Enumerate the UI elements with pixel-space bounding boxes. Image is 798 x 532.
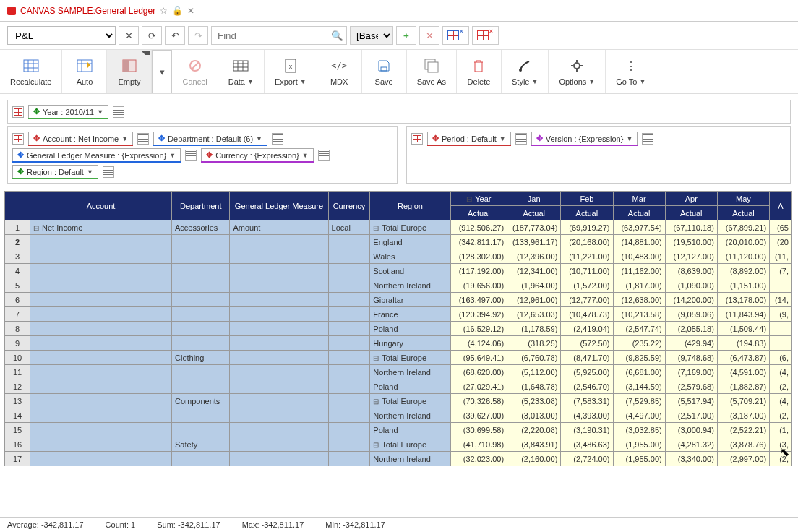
list-icon[interactable]: [642, 133, 653, 145]
remove-button[interactable]: ✕: [419, 26, 439, 45]
grid2-button[interactable]: ✕: [472, 26, 499, 45]
svg-rect-19: [381, 67, 387, 71]
col-currency[interactable]: Currency: [328, 192, 370, 220]
list-icon[interactable]: [318, 150, 330, 161]
svg-point-22: [519, 69, 522, 72]
style-button[interactable]: Style▼: [502, 50, 549, 93]
list-icon[interactable]: [137, 133, 149, 145]
table-row[interactable]: 1⊟Net IncomeAccessoriesAmountLocal⊟Total…: [5, 220, 792, 235]
status-max: Max: -342,811.17: [242, 520, 304, 529]
table-row[interactable]: 6Gibraltar(163,497.00)(12,961.00)(12,777…: [5, 293, 792, 307]
list-icon[interactable]: [515, 133, 527, 145]
col-account[interactable]: Account: [30, 192, 172, 220]
goto-button[interactable]: ⋮ Go To▼: [606, 50, 656, 93]
col-department[interactable]: Department: [172, 192, 230, 220]
table-row[interactable]: 3Wales(128,302.00)(12,396.00)(11,221.00)…: [5, 249, 792, 264]
undo-button[interactable]: ↶: [165, 26, 185, 45]
grid1-button[interactable]: ✕: [442, 26, 469, 45]
options-button[interactable]: Options▼: [549, 50, 606, 93]
gear-icon: [568, 59, 585, 73]
saveas-button[interactable]: Save As: [407, 50, 457, 93]
table-row[interactable]: 7France(120,394.92)(12,653.03)(10,478.73…: [5, 307, 792, 322]
table-row[interactable]: 13Components⊟Total Europe(70,326.58)(5,2…: [5, 394, 792, 408]
recalculate-button[interactable]: Recalculate: [0, 50, 62, 93]
tab-title: CANVAS SAMPLE:General Ledger: [20, 6, 155, 16]
col-may[interactable]: May: [717, 192, 769, 206]
list-icon[interactable]: [185, 150, 197, 161]
trash-icon: [470, 59, 487, 73]
region-chip[interactable]: ✥Region : Default ▼: [12, 165, 98, 179]
save-icon: [375, 59, 392, 73]
delete-button[interactable]: Delete: [457, 50, 502, 93]
table-row[interactable]: 2England(342,811.17)(133,961.17)(20,168.…: [5, 235, 792, 249]
status-count: Count: 1: [106, 520, 136, 529]
view-select[interactable]: P&L: [7, 26, 116, 45]
table-row[interactable]: 17Northern Ireland(32,023.00)(2,160.00)(…: [5, 452, 792, 466]
list-icon[interactable]: [103, 166, 114, 178]
table-row[interactable]: 12Poland(27,029.41)(1,648.78)(2,546.70)(…: [5, 379, 792, 394]
tab-bar: CANVAS SAMPLE:General Ledger ☆ 🔓 ✕: [0, 0, 798, 22]
saveas-icon: [423, 59, 440, 73]
year-chip[interactable]: ✥Year : 2010/11 ▼: [28, 105, 108, 119]
list-icon[interactable]: [272, 133, 283, 145]
redo-button[interactable]: ↷: [188, 26, 208, 45]
col-apr[interactable]: Apr: [665, 192, 717, 206]
close-icon[interactable]: ✕: [187, 6, 194, 16]
period-chip[interactable]: ✥Period : Default ▼: [427, 132, 511, 145]
mdx-button[interactable]: </> MDX: [317, 50, 362, 93]
status-sum: Sum: -342,811.17: [157, 520, 220, 529]
status-average: Average: -342,811.17: [7, 520, 84, 529]
glm-chip[interactable]: ✥General Ledger Measure : {Expression} ▼: [12, 148, 181, 162]
table-row[interactable]: 16Safety⊟Total Europe(41,710.98)(3,843.9…: [5, 437, 792, 452]
find-button[interactable]: 🔍: [327, 26, 347, 45]
empty-button[interactable]: Empty: [107, 50, 152, 93]
col-feb[interactable]: Feb: [561, 192, 613, 206]
version-chip[interactable]: ✥Version : {Expression} ▼: [531, 132, 638, 145]
add-button[interactable]: +: [396, 26, 416, 45]
brush-icon: [516, 59, 533, 73]
table-row[interactable]: 5Northern Ireland(19,656.00)(1,964.00)(1…: [5, 278, 792, 293]
save-button[interactable]: Save: [362, 50, 407, 93]
col-mar[interactable]: Mar: [613, 192, 665, 206]
table-row[interactable]: 4Scotland(117,192.00)(12,341.00)(10,711.…: [5, 264, 792, 278]
col-glm[interactable]: General Ledger Measure: [230, 192, 328, 220]
col-jan[interactable]: Jan: [507, 192, 561, 206]
department-chip[interactable]: ✥Department : Default (6) ▼: [153, 132, 267, 145]
table-row[interactable]: 8Poland(16,529.12)(1,178.59)(2,419.04)(2…: [5, 322, 792, 336]
base-select[interactable]: [Base]: [350, 26, 393, 45]
data-grid[interactable]: Account Department General Ledger Measur…: [4, 191, 794, 466]
find-input[interactable]: [211, 26, 327, 45]
cancel-icon: [186, 59, 204, 73]
clear-view-button[interactable]: ✕: [119, 26, 139, 45]
account-chip[interactable]: ✥Account : Net Income ▼: [28, 132, 133, 145]
table-row[interactable]: 9Hungary(4,124.06)(318.25)(572.50)(235.2…: [5, 336, 792, 351]
table-row[interactable]: 14Northern Ireland(39,627.00)(3,013.00)(…: [5, 408, 792, 423]
empty-icon: [121, 59, 138, 73]
svg-rect-0: [24, 60, 38, 72]
data-button[interactable]: Data▼: [218, 50, 265, 93]
table-row[interactable]: 15Poland(30,699.58)(2,220.08)(3,190.31)(…: [5, 423, 792, 437]
cols-target-icon[interactable]: [411, 133, 423, 145]
table-row[interactable]: 11Northern Ireland(68,620.00)(5,112.00)(…: [5, 365, 792, 379]
rows-target-icon[interactable]: [12, 133, 24, 145]
unlock-icon[interactable]: 🔓: [172, 6, 183, 16]
filter-year-row: ✥Year : 2010/11 ▼: [0, 94, 798, 126]
ribbon: Recalculate Auto Empty ▾ Cancel Data▼ x …: [0, 50, 798, 94]
table-row[interactable]: 10Clothing⊟Total Europe(95,649.41)(6,760…: [5, 351, 792, 365]
grid-target-icon[interactable]: [12, 106, 24, 118]
col-region[interactable]: Region: [370, 192, 450, 220]
export-button[interactable]: x Export▼: [265, 50, 317, 93]
svg-line-11: [192, 62, 199, 69]
empty-dropdown[interactable]: ▾: [152, 50, 172, 93]
col-year[interactable]: ⊟Year: [450, 192, 507, 206]
document-tab[interactable]: CANVAS SAMPLE:General Ledger ☆ 🔓 ✕: [0, 0, 202, 21]
auto-button[interactable]: Auto: [62, 50, 107, 93]
cancel-button[interactable]: Cancel: [172, 50, 218, 93]
refresh-button[interactable]: ⟳: [142, 26, 162, 45]
svg-rect-9: [123, 60, 129, 72]
status-min: Min: -342,811.17: [325, 520, 385, 529]
svg-point-23: [574, 63, 580, 69]
star-icon[interactable]: ☆: [160, 6, 168, 16]
currency-chip[interactable]: ✥Currency : {Expression} ▼: [201, 148, 313, 162]
list-icon[interactable]: [113, 106, 124, 118]
